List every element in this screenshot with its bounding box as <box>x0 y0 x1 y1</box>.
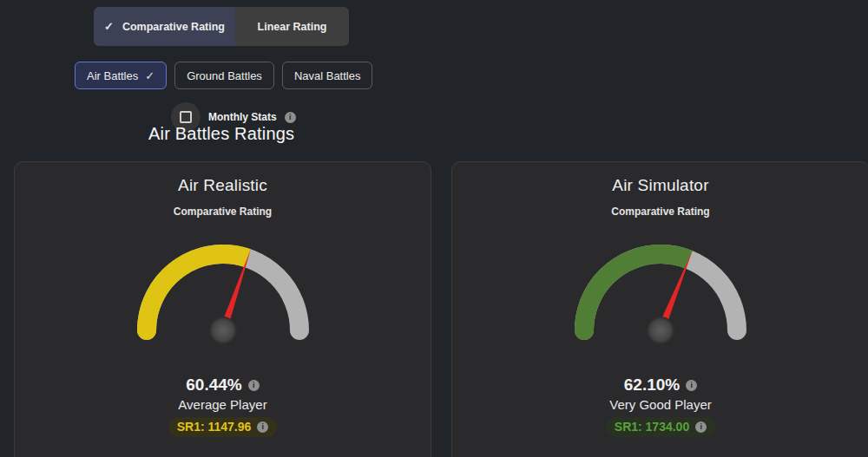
monthly-stats-label: Monthly Stats <box>208 111 277 123</box>
sr-value: SR1: 1147.96 <box>177 420 252 434</box>
page-title: Air Battles Ratings <box>148 124 294 144</box>
percent-row: 60.44% i <box>15 375 431 395</box>
tab-label: Ground Battles <box>187 69 262 82</box>
percent-row: 62.10% i <box>452 375 868 395</box>
percent-value: 60.44% <box>186 375 241 395</box>
tab-linear-rating[interactable]: Linear Rating <box>235 7 349 46</box>
card-title: Air Realistic <box>15 176 431 195</box>
tab-ground-battles[interactable]: Ground Battles <box>174 62 274 89</box>
sr-badge: SR1: 1147.96 i <box>168 417 278 437</box>
info-icon[interactable]: i <box>257 421 268 433</box>
checkbox-icon <box>180 111 192 123</box>
check-icon: ✓ <box>145 69 155 82</box>
card-air-realistic: Air Realistic Comparative Rating 60.44% … <box>14 161 431 457</box>
tab-naval-battles[interactable]: Naval Battles <box>282 62 373 89</box>
rating-mode-tabs: ✓ Comparative Rating Linear Rating <box>94 7 349 46</box>
tab-label: Linear Rating <box>258 21 327 33</box>
sr-badge: SR1: 1734.00 i <box>606 417 715 437</box>
tab-air-battles[interactable]: Air Battles ✓ <box>75 62 167 89</box>
info-icon[interactable]: i <box>695 421 707 433</box>
battle-type-tabs: Air Battles ✓ Ground Battles Naval Battl… <box>75 62 372 89</box>
gauge-hub <box>648 317 674 343</box>
gauge-value-arc <box>147 254 247 330</box>
card-subtitle: Comparative Rating <box>452 206 868 218</box>
gauge-value-arc <box>584 254 689 330</box>
sr-value: SR1: 1734.00 <box>615 420 689 434</box>
gauge-chart <box>15 223 431 355</box>
gauge-chart <box>452 223 868 355</box>
info-icon[interactable]: i <box>248 380 260 391</box>
percent-value: 62.10% <box>624 375 680 395</box>
info-icon[interactable]: i <box>686 380 697 391</box>
tab-comparative-rating[interactable]: ✓ Comparative Rating <box>94 7 235 46</box>
card-air-simulator: Air Simulator Comparative Rating 62.10% … <box>451 161 868 457</box>
player-rating-label: Average Player <box>15 397 431 412</box>
card-title: Air Simulator <box>452 176 868 195</box>
check-icon: ✓ <box>104 20 114 33</box>
tab-label: Air Battles <box>87 69 138 82</box>
tab-label: Naval Battles <box>294 69 361 82</box>
gauge-hub <box>210 317 236 343</box>
tab-label: Comparative Rating <box>122 21 225 33</box>
player-rating-label: Very Good Player <box>452 397 868 412</box>
card-subtitle: Comparative Rating <box>15 206 431 218</box>
info-icon[interactable]: i <box>285 112 296 123</box>
